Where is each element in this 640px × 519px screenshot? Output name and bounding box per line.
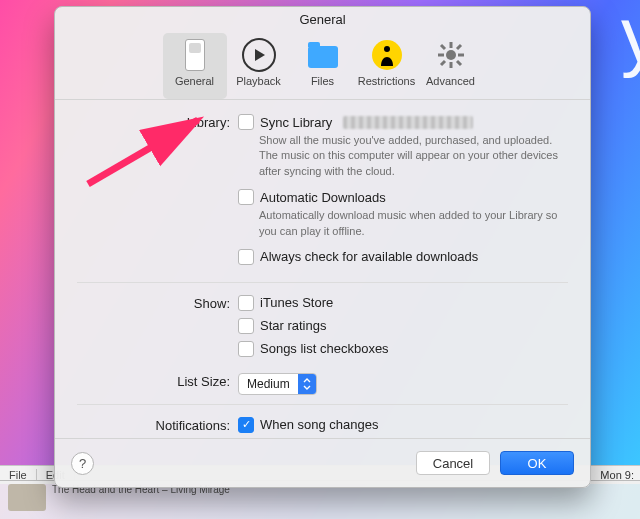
svg-point-0 <box>384 46 390 52</box>
divider <box>77 282 568 283</box>
label-show: Show: <box>55 295 238 311</box>
label-when-song-changes: When song changes <box>260 417 379 432</box>
label-star-ratings: Star ratings <box>260 318 326 333</box>
preferences-sheet: General General Playback Files Restricti… <box>54 6 591 488</box>
chevron-updown-icon <box>298 374 316 394</box>
help-button[interactable]: ? <box>71 452 94 475</box>
checkbox-when-song-changes[interactable]: ✓ <box>238 417 254 433</box>
window-title: General <box>55 7 590 33</box>
tab-files[interactable]: Files <box>291 33 355 99</box>
tab-playback[interactable]: Playback <box>227 33 291 99</box>
checkbox-always-check[interactable] <box>238 249 254 265</box>
label-sync-library: Sync Library <box>260 115 332 130</box>
restrictions-icon <box>370 38 404 72</box>
preferences-toolbar: General Playback Files Restrictions <box>55 33 590 100</box>
label-list-size: List Size: <box>55 373 238 389</box>
files-icon <box>306 38 340 72</box>
svg-point-1 <box>446 50 456 60</box>
checkbox-itunes-store[interactable] <box>238 295 254 311</box>
select-list-size-value: Medium <box>239 377 298 391</box>
label-always-check: Always check for available downloads <box>260 249 478 264</box>
tab-advanced[interactable]: Advanced <box>419 33 483 99</box>
general-icon <box>178 38 212 72</box>
checkbox-automatic-downloads[interactable] <box>238 189 254 205</box>
checkbox-sync-library[interactable] <box>238 114 254 130</box>
sheet-footer: ? Cancel OK <box>55 438 590 487</box>
svg-line-7 <box>457 61 461 65</box>
svg-line-6 <box>441 45 445 49</box>
label-notifications: Notifications: <box>55 417 238 433</box>
svg-line-8 <box>457 45 461 49</box>
cancel-button[interactable]: Cancel <box>416 451 490 475</box>
divider <box>77 404 568 405</box>
background-letter: y <box>621 0 640 81</box>
svg-line-9 <box>441 61 445 65</box>
label-library: Library: <box>55 114 238 130</box>
tab-general[interactable]: General <box>163 33 227 99</box>
desc-sync-library: Show all the music you've added, purchas… <box>259 133 559 179</box>
preferences-body: Library: Sync Library Show all the music… <box>55 100 590 438</box>
label-songs-list: Songs list checkboxes <box>260 341 389 356</box>
label-automatic-downloads: Automatic Downloads <box>260 190 386 205</box>
playback-icon <box>242 38 276 72</box>
ok-button[interactable]: OK <box>500 451 574 475</box>
tab-restrictions[interactable]: Restrictions <box>355 33 419 99</box>
advanced-icon <box>434 38 468 72</box>
redacted-account <box>343 116 473 129</box>
label-itunes-store: iTunes Store <box>260 295 333 310</box>
select-list-size[interactable]: Medium <box>238 373 317 395</box>
desc-automatic-downloads: Automatically download music when added … <box>259 208 559 239</box>
checkbox-songs-list[interactable] <box>238 341 254 357</box>
album-art-thumb[interactable] <box>8 484 46 511</box>
checkbox-star-ratings[interactable] <box>238 318 254 334</box>
